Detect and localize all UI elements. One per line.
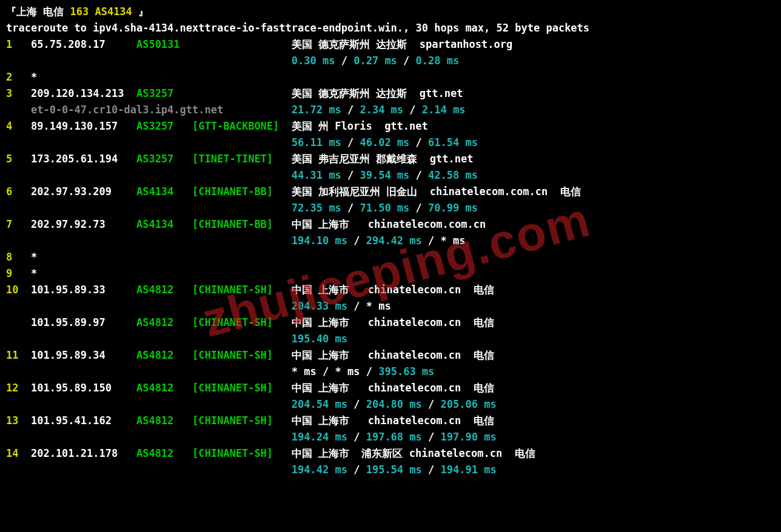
hop-row: 7202.97.92.73AS4134[CHINANET-BB]中国 上海市 c… [6,216,781,233]
hop-asn: AS4134 [136,216,192,233]
hop-number: 5 [6,151,31,167]
hop-ip: 101.95.89.34 [31,347,136,364]
hop-row: 9* [6,265,781,282]
hop-rdns: et-0-0-47.cr10-dal3.ip4.gtt.net [6,102,223,118]
hop-asn: AS3257 [136,151,192,167]
hop-number: 11 [6,347,31,364]
hop-rtt: 56.11 ms / 46.02 ms / 61.54 ms [6,135,781,151]
hop-ip: 202.97.92.73 [31,216,136,233]
hop-row: 8* [6,249,781,265]
hop-tag: [CHINANET-SH] [192,380,292,396]
hop-asn: AS4812 [136,347,192,364]
hop-tag: [TINET-TINET] [192,151,292,167]
hop-asn: AS4812 [136,445,192,462]
hop-number: 10 [6,282,31,298]
hop-row: 13101.95.41.162AS4812[CHINANET-SH]中国 上海市… [6,413,781,429]
hop-number: 3 [6,85,31,102]
hop-rtt: 44.31 ms / 39.54 ms / 42.58 ms [6,167,781,184]
hop-row: 101.95.89.97AS4812[CHINANET-SH]中国 上海市 ch… [6,314,781,331]
hop-number: 4 [6,118,31,135]
hop-asn: AS4812 [136,380,192,396]
hop-location: 美国 德克萨斯州 达拉斯 spartanhost.org [292,38,512,50]
hop-location: 中国 上海市 chinatelecom.cn 电信 [292,316,494,328]
hop-ip: 101.95.89.33 [31,282,136,298]
hop-asn: AS3257 [136,85,192,102]
hop-ip: 89.149.130.157 [31,118,136,135]
hop-location: 中国 上海市 浦东新区 chinatelecom.cn 电信 [292,447,535,459]
hop-number: 8 [6,249,31,265]
hop-tag: [CHINANET-BB] [192,216,292,233]
hop-row: 3209.120.134.213AS3257美国 德克萨斯州 达拉斯 gtt.n… [6,85,781,102]
hop-rtt: 194.24 ms / 197.68 ms / 197.90 ms [6,429,781,445]
hop-ip: 101.95.41.162 [31,413,136,429]
hop-location: 中国 上海市 chinatelecom.com.cn [292,218,486,230]
hop-location: 中国 上海市 chinatelecom.cn 电信 [292,284,494,296]
hop-rtt: 0.30 ms / 0.27 ms / 0.28 ms [6,53,781,69]
hop-number: 12 [6,380,31,396]
hop-tag: [GTT-BACKBONE] [192,118,292,135]
hop-tag: [CHINANET-SH] [192,413,292,429]
hop-list: 165.75.208.17AS50131美国 德克萨斯州 达拉斯 spartan… [6,36,781,478]
hop-rtt: 204.54 ms / 204.80 ms / 205.06 ms [6,396,781,413]
traceroute-command: traceroute to ipv4.sha-4134.nexttrace-io… [6,20,781,36]
hop-ip: * [31,249,136,265]
hop-rtt: 72.35 ms / 71.50 ms / 70.99 ms [6,200,781,216]
title-prefix: 上海 电信 [16,5,70,18]
hop-rtt: 194.10 ms / 294.42 ms / * ms [6,233,781,249]
hop-ip: 65.75.208.17 [31,36,136,53]
hop-location: 中国 上海市 chinatelecom.cn 电信 [292,382,494,394]
hop-location: 美国 州 Floris gtt.net [292,120,428,132]
hop-rtt: 195.40 ms [6,331,781,347]
hop-ip: 202.101.21.178 [31,445,136,462]
hop-row: 10101.95.89.33AS4812[CHINANET-SH]中国 上海市 … [6,282,781,298]
hop-asn: AS50131 [136,36,192,53]
hop-asn: AS4812 [136,282,192,298]
hop-number: 1 [6,36,31,53]
hop-rtt: * ms / * ms / 395.63 ms [6,364,781,380]
hop-row: 12101.95.89.150AS4812[CHINANET-SH]中国 上海市… [6,380,781,396]
hop-number: 14 [6,445,31,462]
hop-location: 中国 上海市 chinatelecom.cn 电信 [292,414,494,427]
hop-row: 11101.95.89.34AS4812[CHINANET-SH]中国 上海市 … [6,347,781,364]
title-open: 『 [6,5,16,18]
hop-row: 165.75.208.17AS50131美国 德克萨斯州 达拉斯 spartan… [6,36,781,53]
hop-rtt: 204.33 ms / * ms [6,298,781,314]
hop-location: 美国 加利福尼亚州 旧金山 chinatelecom.com.cn 电信 [292,185,581,198]
hop-ip: 202.97.93.209 [31,184,136,200]
hop-tag: [CHINANET-SH] [192,347,292,364]
hop-tag: [CHINANET-BB] [192,184,292,200]
hop-number: 6 [6,184,31,200]
hop-location: 中国 上海市 chinatelecom.cn 电信 [292,349,494,361]
hop-row: 489.149.130.157AS3257[GTT-BACKBONE]美国 州 … [6,118,781,135]
title-close: 』 [138,5,149,18]
hop-tag: [CHINANET-SH] [192,445,292,462]
hop-asn: AS4134 [136,184,192,200]
hop-row: 6202.97.93.209AS4134[CHINANET-BB]美国 加利福尼… [6,184,781,200]
trace-title: 『上海 电信 163 AS4134 』 [6,4,781,20]
hop-number: 7 [6,216,31,233]
hop-asn: AS4812 [136,413,192,429]
hop-location: 美国 弗吉尼亚州 郡戴维森 gtt.net [292,153,474,165]
hop-number: 13 [6,413,31,429]
hop-ip: 173.205.61.194 [31,151,136,167]
hop-ip: 101.95.89.150 [31,380,136,396]
hop-row: 5173.205.61.194AS3257[TINET-TINET]美国 弗吉尼… [6,151,781,167]
hop-number: 2 [6,69,31,85]
hop-asn: AS3257 [136,118,192,135]
hop-tag: [CHINANET-SH] [192,314,292,331]
title-accent: 163 AS4134 [70,5,138,18]
hop-ip: * [31,265,136,282]
hop-ip: 101.95.89.97 [31,314,136,331]
hop-row: 14202.101.21.178AS4812[CHINANET-SH]中国 上海… [6,445,781,462]
hop-number: 9 [6,265,31,282]
hop-tag: [CHINANET-SH] [192,282,292,298]
hop-ip: * [31,69,136,85]
hop-rtt: 194.42 ms / 195.54 ms / 194.91 ms [6,462,781,478]
hop-ip: 209.120.134.213 [31,85,136,102]
hop-row: 2* [6,69,781,85]
hop-asn: AS4812 [136,314,192,331]
hop-location: 美国 德克萨斯州 达拉斯 gtt.net [292,87,463,99]
